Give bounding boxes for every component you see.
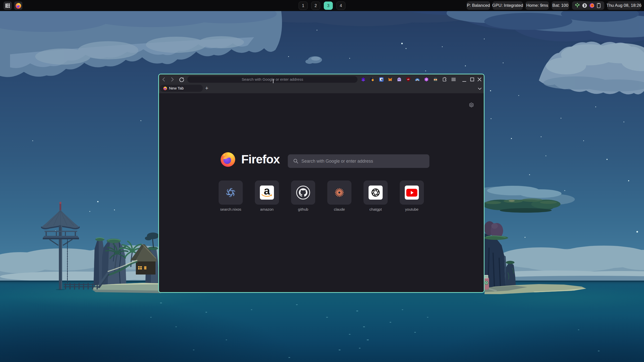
- svg-text:u0: u0: [407, 78, 409, 80]
